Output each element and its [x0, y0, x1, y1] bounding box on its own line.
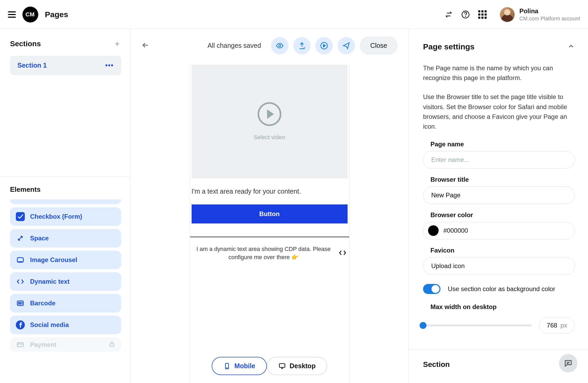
max-width-value-box[interactable]: 768 px: [539, 317, 575, 334]
max-width-label: Max width on desktop: [423, 303, 575, 311]
svg-point-5: [21, 261, 22, 262]
close-button[interactable]: Close: [360, 36, 398, 55]
dynamic-text-icon: [16, 277, 25, 286]
video-placeholder-label: Select video: [254, 134, 285, 141]
desktop-icon: [278, 362, 286, 370]
app-title: Pages: [45, 10, 68, 19]
max-width-value: 768: [547, 322, 557, 329]
background-color-toggle[interactable]: [423, 284, 440, 294]
left-panel: Sections ＋ Section 1 ••• Elements Checkb…: [0, 29, 131, 383]
play-button[interactable]: [315, 37, 333, 54]
preview-button[interactable]: [271, 37, 288, 54]
section-item[interactable]: Section 1 •••: [10, 56, 121, 75]
settings-desc-1: The Page name is the name by which you c…: [423, 63, 575, 83]
element-label: Space: [30, 235, 49, 242]
viewport-desktop-button[interactable]: Desktop: [267, 357, 327, 375]
svg-rect-7: [17, 343, 23, 347]
mobile-icon: [223, 362, 231, 370]
element-label: Payment: [30, 341, 56, 348]
element-label: Social media: [30, 321, 69, 329]
canvas-button[interactable]: Button: [192, 204, 348, 223]
page-name-label: Page name: [423, 141, 575, 148]
browser-title-label: Browser title: [423, 176, 575, 183]
add-section-button[interactable]: ＋: [113, 38, 121, 49]
browser-title-input[interactable]: [423, 186, 575, 204]
more-icon[interactable]: •••: [105, 62, 114, 69]
swap-icon[interactable]: [444, 10, 453, 19]
help-icon[interactable]: [461, 10, 470, 19]
cm-logo[interactable]: CM.: [22, 7, 38, 22]
color-swatch: [428, 225, 439, 236]
favicon-upload-button[interactable]: Upload icon: [423, 257, 575, 275]
browser-color-input[interactable]: #000000: [423, 222, 575, 239]
svg-point-3: [19, 261, 20, 262]
browser-color-label: Browser color: [423, 211, 575, 219]
element-label: Barcode: [30, 300, 55, 307]
page-name-input[interactable]: [423, 151, 575, 169]
slider-thumb[interactable]: [420, 322, 426, 329]
apps-grid-icon[interactable]: [478, 10, 487, 19]
user-menu[interactable]: Polina CM.com Platform account: [500, 7, 580, 22]
save-status: All changes saved: [207, 42, 261, 49]
element-image-carousel[interactable]: Image Carousel: [10, 251, 121, 269]
dynamic-text-content: I am a dynamic text area showing CDP dat…: [193, 245, 335, 261]
svg-point-1: [465, 16, 466, 16]
svg-rect-13: [279, 363, 285, 367]
max-width-unit: px: [561, 322, 567, 329]
viewport-mobile-button[interactable]: Mobile: [212, 357, 267, 375]
svg-rect-8: [110, 344, 114, 346]
svg-point-12: [227, 367, 227, 368]
element-social-media[interactable]: Social media: [10, 316, 121, 334]
social-icon: [16, 320, 25, 329]
viewport-label: Mobile: [234, 362, 255, 370]
canvas-panel: All changes saved Close Select video I'm…: [131, 29, 409, 383]
app-header: CM. Pages Polina CM.com Platform account: [0, 0, 588, 29]
svg-point-4: [20, 261, 21, 262]
checkbox-icon: [16, 212, 25, 221]
code-icon: [339, 249, 347, 258]
settings-panel: Page settings The Page name is the name …: [409, 29, 588, 383]
section-heading: Section: [423, 360, 575, 369]
sections-heading: Sections: [10, 40, 41, 48]
carousel-icon: [16, 255, 25, 264]
viewport-label: Desktop: [290, 362, 316, 370]
payment-icon: [16, 340, 25, 349]
mobile-canvas: Select video I'm a text area ready for y…: [190, 65, 349, 383]
dynamic-text-block[interactable]: I am a dynamic text area showing CDP dat…: [192, 237, 348, 269]
element-space[interactable]: Space: [10, 229, 121, 247]
element-label: Dynamic text: [30, 278, 69, 285]
user-name: Polina: [519, 7, 580, 15]
play-icon: [258, 102, 281, 126]
video-placeholder[interactable]: Select video: [192, 65, 348, 178]
elements-heading: Elements: [10, 185, 121, 194]
hamburger-menu-icon[interactable]: [8, 11, 16, 18]
max-width-slider[interactable]: [423, 325, 532, 326]
element-item-partial[interactable]: [10, 199, 121, 204]
user-account: CM.com Platform account: [519, 15, 580, 22]
page-settings-heading: Page settings: [423, 42, 475, 51]
barcode-icon: [16, 299, 25, 308]
element-label: Checkbox (Form): [30, 213, 82, 220]
element-barcode[interactable]: Barcode: [10, 294, 121, 312]
element-checkbox-form[interactable]: Checkbox (Form): [10, 207, 121, 226]
space-icon: [16, 234, 25, 243]
color-value: #000000: [443, 227, 468, 234]
lock-icon: [108, 341, 115, 349]
export-button[interactable]: [293, 37, 311, 54]
svg-point-9: [279, 45, 281, 47]
chat-fab[interactable]: [559, 354, 577, 372]
avatar: [500, 7, 515, 22]
toggle-label: Use section color as background color: [448, 285, 555, 293]
element-dynamic-text[interactable]: Dynamic text: [10, 272, 121, 291]
send-button[interactable]: [338, 37, 355, 54]
collapse-icon[interactable]: [567, 43, 575, 51]
element-label: Image Carousel: [30, 256, 77, 264]
back-button[interactable]: [141, 41, 151, 50]
viewport-toggle: Mobile Desktop: [212, 357, 327, 375]
element-payment: Payment: [10, 337, 121, 352]
text-block[interactable]: I'm a text area ready for your content.: [192, 178, 348, 204]
settings-desc-2: Use the Browser title to set the page ti…: [423, 92, 575, 131]
section-item-label: Section 1: [17, 62, 47, 69]
favicon-label: Favicon: [423, 247, 575, 254]
